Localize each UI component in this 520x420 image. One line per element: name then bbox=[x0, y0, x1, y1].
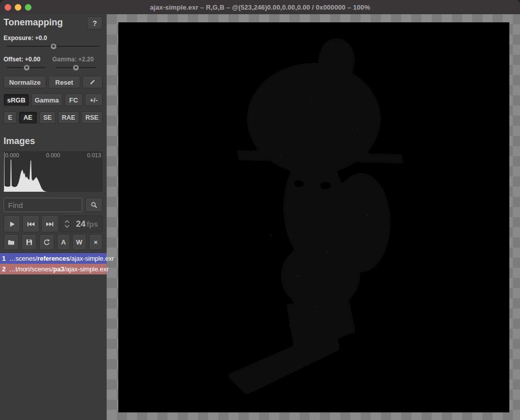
play-button[interactable] bbox=[4, 216, 20, 232]
metric-ae-button[interactable]: AE bbox=[19, 112, 37, 124]
image-path: …scenes/references/ajax-simple.exr bbox=[9, 255, 114, 262]
histogram-mean-label: 0.000 bbox=[46, 152, 60, 158]
floppy-save-icon bbox=[26, 239, 32, 246]
skip-forward-icon bbox=[46, 221, 54, 227]
traffic-lights bbox=[5, 0, 31, 14]
image-list-item-2[interactable]: 2 …t/nori/scenes/pa3/ajax-simple.exr bbox=[0, 264, 107, 274]
metric-e-button[interactable]: E bbox=[4, 112, 17, 124]
minimize-window-button[interactable] bbox=[15, 4, 21, 11]
gamma-label: Gamma: +2.20 bbox=[52, 56, 94, 63]
alpha-channel-button[interactable]: A bbox=[57, 234, 70, 250]
save-image-button[interactable] bbox=[21, 234, 37, 250]
reload-icon bbox=[43, 239, 50, 246]
reload-image-button[interactable] bbox=[39, 234, 54, 250]
metric-rae-button[interactable]: RAE bbox=[58, 112, 79, 124]
image-index: 2 bbox=[2, 265, 9, 273]
gamma-slider[interactable] bbox=[55, 64, 96, 71]
fps-unit-label: fps bbox=[87, 220, 99, 228]
skip-back-icon bbox=[27, 221, 35, 227]
gamma-slider-knob[interactable] bbox=[73, 65, 79, 71]
chevron-down-icon bbox=[64, 225, 70, 228]
search-icon bbox=[90, 201, 98, 208]
white-channel-button[interactable]: W bbox=[72, 234, 86, 250]
offset-slider-knob[interactable] bbox=[24, 65, 29, 71]
exposure-slider-knob[interactable] bbox=[51, 44, 56, 49]
histogram-max-label: 0.013 bbox=[87, 152, 101, 158]
tonemap-mode-gamma-button[interactable]: Gamma bbox=[31, 94, 62, 106]
tonemap-mode-fc-button[interactable]: FC bbox=[64, 94, 83, 106]
tonemap-mode-srgb-button[interactable]: sRGB bbox=[4, 94, 29, 106]
previous-image-button[interactable] bbox=[22, 216, 40, 232]
zoom-window-button[interactable] bbox=[25, 4, 31, 11]
play-icon bbox=[9, 221, 15, 227]
image-list: 1 …scenes/references/ajax-simple.exr 2 …… bbox=[0, 253, 107, 274]
close-image-button[interactable]: × bbox=[89, 234, 103, 250]
tev-window: ajax-simple.exr – R,G,B – @(523,246)0.00… bbox=[0, 0, 520, 420]
images-heading: Images bbox=[4, 136, 35, 147]
titlebar[interactable]: ajax-simple.exr – R,G,B – @(523,246)0.00… bbox=[0, 0, 520, 14]
reset-button[interactable]: Reset bbox=[48, 76, 80, 88]
tonemapping-heading: Tonemapping bbox=[4, 17, 63, 28]
image-path: …t/nori/scenes/pa3/ajax-simple.exr bbox=[9, 266, 109, 273]
offset-label: Offset: +0.00 bbox=[4, 56, 40, 63]
close-window-button[interactable] bbox=[5, 4, 11, 11]
tonemap-mode-posneg-button[interactable]: +/- bbox=[85, 94, 103, 106]
help-button[interactable]: ? bbox=[87, 17, 103, 29]
metric-se-button[interactable]: SE bbox=[39, 112, 56, 124]
exposure-label: Exposure: +0.0 bbox=[4, 34, 47, 42]
open-image-button[interactable] bbox=[4, 234, 19, 250]
fps-stepper[interactable] bbox=[64, 220, 70, 228]
offset-slider[interactable] bbox=[7, 64, 46, 71]
clipboard-copy-button[interactable] bbox=[82, 76, 103, 88]
image-canvas-area[interactable] bbox=[107, 14, 520, 420]
window-title: ajax-simple.exr – R,G,B – @(523,246)0.00… bbox=[150, 4, 370, 11]
histogram-min-label: 0.000 bbox=[5, 152, 19, 158]
sidebar: Tonemapping ? Exposure: +0.0 Offset: +0.… bbox=[0, 14, 107, 420]
pencil-icon bbox=[89, 79, 95, 85]
folder-icon bbox=[8, 239, 15, 246]
image-index: 1 bbox=[2, 255, 9, 262]
fps-value[interactable]: 24 bbox=[76, 219, 86, 229]
metric-rse-button[interactable]: RSE bbox=[81, 112, 103, 124]
exposure-slider[interactable] bbox=[7, 43, 100, 49]
normalize-button[interactable]: Normalize bbox=[4, 76, 46, 88]
next-image-button[interactable] bbox=[41, 216, 58, 232]
find-input[interactable] bbox=[4, 198, 82, 212]
histogram: 0.000 0.000 0.013 bbox=[4, 151, 103, 192]
fps-spinner[interactable]: 24 fps bbox=[60, 216, 103, 232]
ajax-bust-render bbox=[118, 22, 509, 412]
image-list-item-1[interactable]: 1 …scenes/references/ajax-simple.exr bbox=[0, 253, 107, 264]
exr-image-view[interactable] bbox=[118, 22, 509, 412]
search-button[interactable] bbox=[85, 198, 103, 212]
chevron-up-icon bbox=[64, 220, 70, 223]
